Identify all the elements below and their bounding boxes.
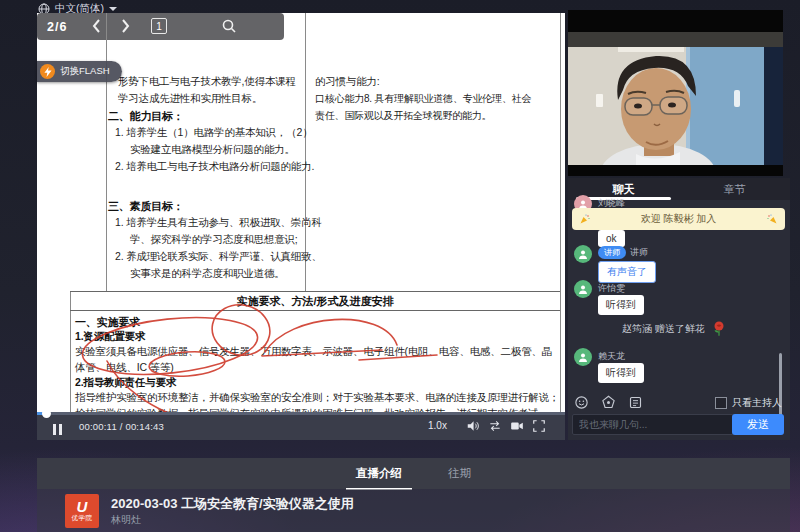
doc-section-header: 实施要求、方法/形式及进度安排: [70, 291, 560, 311]
live-course-page: 中文(简体) 形势下电工与电子技术教学,使得本课程 学习达成先进性和实用性目标。…: [0, 0, 800, 532]
only-host-toggle[interactable]: 只看主持人: [715, 396, 782, 410]
chat-username: 赖天龙: [598, 350, 625, 363]
course-list-item[interactable]: U 优学院 2020-03-03 工场安全教育/实验仪器之使用 林明灶: [37, 489, 790, 532]
chat-username-text: 讲师: [630, 247, 648, 257]
chat-toolbar: 只看主持人: [568, 395, 790, 411]
doc-text: 1. 培养学生具有主动参与、积极进取、崇尚科: [115, 216, 322, 230]
party-popper-icon: [579, 213, 591, 225]
doc-heading: 三、素质目标：: [108, 199, 184, 214]
table-border: [560, 13, 561, 412]
doc-text: 体管、电线、IC 等等): [75, 361, 174, 375]
doc-text: 责任、国际观以及开拓全球视野的能力。: [315, 109, 491, 123]
doc-text: 学习达成先进性和实用性目标。: [118, 92, 262, 106]
progress-track[interactable]: [37, 412, 565, 415]
doc-text: 2. 培养电工与电子技术电路分析问题的能力.: [115, 160, 314, 174]
gift-system-message: 赵筠涵 赠送了鲜花: [568, 320, 782, 338]
doc-text: 实事求是的科学态度和职业道德。: [130, 267, 285, 281]
webcam-frame: [568, 32, 783, 165]
fullscreen-icon[interactable]: [532, 419, 546, 433]
only-host-label: 只看主持人: [732, 396, 782, 410]
player-controls: 00:00:11 / 00:14:43 1.0x: [37, 412, 565, 440]
tab-live-intro-label: 直播介绍: [356, 467, 402, 479]
notes-button-icon[interactable]: [628, 395, 643, 410]
bottom-tabbar: 直播介绍 往期: [37, 458, 790, 489]
doc-text: 的习惯与能力:: [315, 75, 380, 89]
person-icon: [577, 248, 589, 260]
doc-text: 实验室须具备电源供应器、信号发生器、万用数字表、示波器、电子组件(电阻、电容、电…: [75, 345, 552, 359]
doc-heading: 2.指导教师责任与要求: [75, 376, 176, 390]
only-host-checkbox[interactable]: [715, 397, 727, 409]
tab-past-episodes-label: 往期: [448, 467, 471, 479]
pause-button[interactable]: [53, 421, 65, 439]
page-nav-overlay: 2/6: [37, 13, 284, 40]
progress-handle[interactable]: [42, 409, 51, 418]
switch-flash-button[interactable]: 切换FLASH: [37, 61, 122, 82]
page-counter: 2/6: [47, 20, 67, 34]
gift-message-text: 赵筠涵 赠送了鲜花: [622, 322, 705, 336]
welcome-banner: 欢迎 陈毅彬 加入: [572, 208, 785, 230]
flash-bolt-icon: [40, 64, 55, 79]
doc-heading: 一、实施要求: [75, 315, 140, 330]
tab-chapters-label: 章节: [724, 182, 746, 197]
logo-text: 优学院: [72, 514, 93, 523]
doc-text: 学、探究科学的学习态度和思想意识;: [130, 233, 298, 247]
switch-line-icon[interactable]: [488, 419, 502, 433]
prev-page-icon[interactable]: [89, 18, 105, 34]
flower-gift-button-icon[interactable]: [601, 395, 616, 410]
instructor-webcam-video[interactable]: [568, 10, 783, 176]
doc-text: 实验建立电路模型分析问题的能力。: [130, 143, 295, 157]
chat-panel: 聊天 章节 刘晓峰 ok 欢迎 陈毅彬 加入 讲: [568, 178, 790, 440]
party-popper-icon: [766, 213, 778, 225]
emoji-button-icon[interactable]: [574, 395, 589, 410]
doc-heading: 1.资源配置要求: [75, 330, 145, 344]
chat-message: ok: [598, 230, 625, 247]
doc-text: 指导维护实验室的环境整洁，并确保实验室的安全准则；对于实验基本要求、电路的连接及…: [75, 391, 559, 405]
chevron-down-icon: [109, 7, 117, 11]
avatar: [574, 348, 592, 366]
person-icon: [577, 351, 589, 363]
person-icon: [577, 283, 589, 295]
welcome-banner-text: 欢迎 陈毅彬 加入: [641, 212, 717, 226]
doc-text: 形势下电工与电子技术教学,使得本课程: [118, 75, 296, 89]
doc-text: 2. 养成理论联系实际、科学严谨、认真细致、: [115, 250, 322, 264]
avatar: [574, 280, 592, 298]
course-author: 林明灶: [111, 513, 141, 527]
teacher-badge: 讲师: [598, 246, 626, 259]
chat-message: 听得到: [598, 295, 644, 315]
tab-live-intro[interactable]: 直播介绍: [354, 460, 404, 487]
time-display: 00:00:11 / 00:14:43: [79, 421, 164, 432]
doc-heading: 二、能力目标：: [108, 109, 184, 124]
doc-text: 1. 培养学生（1）电路学的基本知识，（2）: [115, 126, 312, 140]
tab-chat-label: 聊天: [613, 182, 635, 197]
tab-past-episodes[interactable]: 往期: [446, 460, 473, 487]
camera-toggle-icon[interactable]: [510, 419, 524, 433]
zoom-magnifier-icon[interactable]: [221, 18, 237, 34]
chat-username: 讲师讲师: [598, 246, 648, 259]
page-number-input[interactable]: [151, 18, 167, 34]
chat-message-input[interactable]: [572, 414, 734, 435]
uxueyuan-logo: U 优学院: [65, 494, 99, 528]
send-button[interactable]: 发送: [732, 414, 784, 435]
rose-flower-icon: [710, 320, 728, 338]
course-title[interactable]: 2020-03-03 工场安全教育/实验仪器之使用: [111, 495, 354, 513]
doc-text: 口核心能力8. 具有理解职业道德、专业伦理、社会: [315, 92, 531, 106]
table-border: [106, 13, 107, 291]
volume-icon[interactable]: [466, 419, 480, 433]
chat-username: 许怡雯: [598, 282, 625, 295]
chat-message: 听得到: [598, 363, 644, 383]
next-page-icon[interactable]: [117, 18, 133, 34]
chat-message: 有声音了: [598, 261, 656, 283]
switch-flash-label: 切换FLASH: [60, 65, 110, 78]
tab-chapters[interactable]: 章节: [679, 178, 790, 200]
playback-speed-button[interactable]: 1.0x: [428, 420, 447, 431]
logo-u-glyph: U: [77, 499, 88, 514]
avatar: [574, 245, 592, 263]
